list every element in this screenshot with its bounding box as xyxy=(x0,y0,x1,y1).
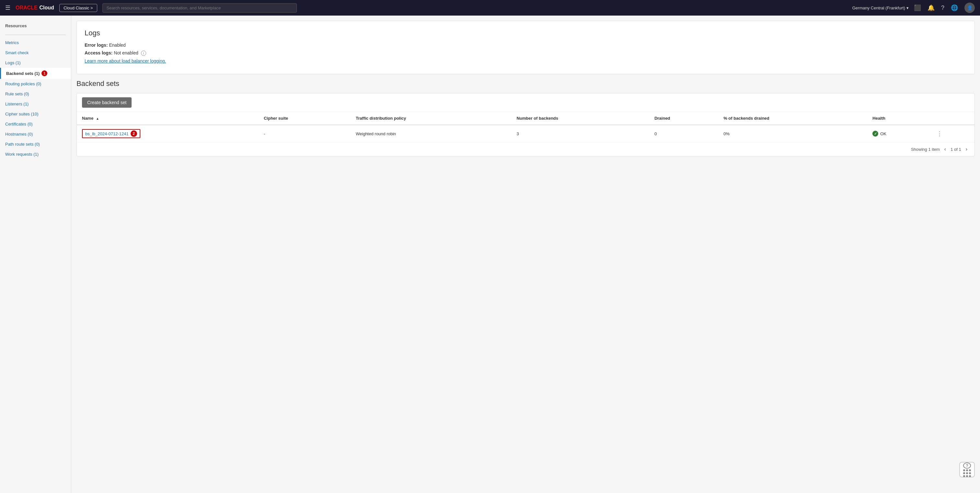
row-actions-menu-icon[interactable]: ⋮ xyxy=(937,130,942,137)
table-header-row: Name ▲ Cipher suite Traffic distribution… xyxy=(77,112,975,125)
col-pct-drained: % of backends drained xyxy=(718,112,867,125)
help-ring-icon: ? xyxy=(963,463,971,469)
learn-more-row: Learn more about load balancer logging. xyxy=(84,58,967,64)
sidebar-item-rule-sets[interactable]: Rule sets (0) xyxy=(0,89,71,99)
learn-more-link[interactable]: Learn more about load balancer logging. xyxy=(84,58,166,64)
access-logs-label: Access logs: xyxy=(84,50,113,56)
search-input[interactable] xyxy=(102,3,297,13)
sidebar-item-cipher-suites[interactable]: Cipher suites (10) xyxy=(0,109,71,119)
page-info: 1 of 1 xyxy=(950,147,961,152)
sidebar-item-hostnames[interactable]: Hostnames (0) xyxy=(0,129,71,139)
pagination: Showing 1 item ‹ 1 of 1 › xyxy=(77,142,975,156)
backend-sets-section: Backend sets Create backend set Name ▲ xyxy=(76,80,975,156)
pagination-showing: Showing 1 item xyxy=(911,147,940,152)
sidebar-item-label: Metrics xyxy=(5,40,19,45)
nav-icons: ⬛ 🔔 ? 🌐 👤 xyxy=(914,3,975,13)
table-toolbar: Create backend set xyxy=(77,93,975,112)
top-nav: ☰ ORACLE Cloud Cloud Classic > Germany C… xyxy=(0,0,980,16)
drained-cell: 0 xyxy=(649,125,718,142)
health-status: OK xyxy=(872,131,926,137)
oracle-text: ORACLE xyxy=(16,5,38,11)
sidebar-item-path-route-sets[interactable]: Path route sets (0) xyxy=(0,139,71,149)
notifications-icon[interactable]: 🔔 xyxy=(928,4,935,11)
next-page-button[interactable]: › xyxy=(964,146,969,153)
col-actions xyxy=(931,112,975,125)
cipher-suite-cell: - xyxy=(259,125,351,142)
language-icon[interactable]: 🌐 xyxy=(951,4,958,11)
access-logs-info-icon[interactable]: i xyxy=(141,51,146,56)
sidebar-item-label: Cipher suites (10) xyxy=(5,112,38,116)
backend-sets-title: Backend sets xyxy=(76,80,975,88)
num-backends-value: 3 xyxy=(517,131,519,136)
sidebar-item-label: Backend sets (1) xyxy=(6,71,40,76)
health-ok-icon xyxy=(872,131,878,137)
hamburger-menu[interactable]: ☰ xyxy=(5,4,10,11)
help-dots-icon xyxy=(963,469,971,477)
num-backends-cell: 3 xyxy=(511,125,649,142)
region-label: Germany Central (Frankfurt) xyxy=(852,5,905,10)
sidebar-item-label: Smart check xyxy=(5,50,29,55)
traffic-policy-value: Weighted round robin xyxy=(356,131,396,136)
backend-sets-table-container: Create backend set Name ▲ Cipher suite xyxy=(76,93,975,156)
sidebar-item-label: Work requests (1) xyxy=(5,152,38,157)
oracle-logo: ORACLE Cloud xyxy=(16,5,54,11)
sidebar-item-label: Listeners (1) xyxy=(5,102,29,106)
cloud-classic-button[interactable]: Cloud Classic > xyxy=(59,4,97,12)
sidebar-divider xyxy=(5,35,66,35)
sidebar-item-routing-policies[interactable]: Routing policies (0) xyxy=(0,79,71,89)
sidebar-item-smart-check[interactable]: Smart check xyxy=(0,48,71,58)
name-cell: bs_lb_2024-0712-1241 2 xyxy=(77,125,259,142)
access-logs-value: Not enabled xyxy=(114,50,138,56)
main-content: Logs Error logs: Enabled Access logs: No… xyxy=(71,16,980,493)
logs-section: Logs Error logs: Enabled Access logs: No… xyxy=(76,21,975,74)
region-selector[interactable]: Germany Central (Frankfurt) ▾ xyxy=(852,5,909,10)
sidebar-item-metrics[interactable]: Metrics xyxy=(0,38,71,48)
help-fab[interactable]: ? xyxy=(959,462,975,477)
col-name[interactable]: Name ▲ xyxy=(77,112,259,125)
backend-sets-table: Name ▲ Cipher suite Traffic distribution… xyxy=(77,112,975,142)
sidebar-item-label: Rule sets (0) xyxy=(5,91,29,96)
sort-arrow-icon: ▲ xyxy=(96,117,99,120)
logs-title: Logs xyxy=(84,29,967,37)
app-body: Resources Metrics Smart check Logs (1) B… xyxy=(0,16,980,493)
developer-tools-icon[interactable]: ⬛ xyxy=(914,4,921,11)
drained-value: 0 xyxy=(654,131,657,136)
sidebar: Resources Metrics Smart check Logs (1) B… xyxy=(0,16,71,493)
name-box: bs_lb_2024-0712-1241 2 xyxy=(82,129,140,138)
col-traffic-policy: Traffic distribution policy xyxy=(351,112,511,125)
pct-drained-value: 0% xyxy=(723,131,730,136)
error-logs-value: Enabled xyxy=(109,43,126,48)
error-logs-row: Error logs: Enabled xyxy=(84,43,967,48)
traffic-policy-cell: Weighted round robin xyxy=(351,125,511,142)
create-backend-set-button[interactable]: Create backend set xyxy=(82,97,132,108)
cipher-suite-value: - xyxy=(264,131,265,136)
prev-page-button[interactable]: ‹ xyxy=(942,146,948,153)
sidebar-item-certificates[interactable]: Certificates (0) xyxy=(0,119,71,129)
user-avatar[interactable]: 👤 xyxy=(964,3,975,13)
backend-sets-badge: 1 xyxy=(41,70,47,76)
sidebar-item-label: Logs (1) xyxy=(5,60,21,65)
pct-drained-cell: 0% xyxy=(718,125,867,142)
table-row: bs_lb_2024-0712-1241 2 - Weighted round … xyxy=(77,125,975,142)
sidebar-item-listeners[interactable]: Listeners (1) xyxy=(0,99,71,109)
sidebar-item-logs[interactable]: Logs (1) xyxy=(0,58,71,68)
sidebar-section-title: Resources xyxy=(0,23,71,32)
health-value: OK xyxy=(880,131,886,136)
sidebar-item-label: Routing policies (0) xyxy=(5,81,41,86)
sidebar-item-backend-sets[interactable]: Backend sets (1) 1 xyxy=(0,68,71,79)
col-num-backends: Number of backends xyxy=(511,112,649,125)
health-cell: OK xyxy=(867,125,931,142)
row-actions-cell: ⋮ xyxy=(931,125,975,142)
cloud-text: Cloud xyxy=(40,5,54,11)
sidebar-item-label: Certificates (0) xyxy=(5,121,33,126)
col-cipher-suite: Cipher suite xyxy=(259,112,351,125)
col-drained: Drained xyxy=(649,112,718,125)
step-2-badge: 2 xyxy=(130,130,137,137)
backend-set-name-link[interactable]: bs_lb_2024-0712-1241 xyxy=(85,131,129,136)
region-chevron: ▾ xyxy=(907,5,909,10)
col-health: Health xyxy=(867,112,931,125)
sidebar-item-label: Hostnames (0) xyxy=(5,132,33,137)
sidebar-item-work-requests[interactable]: Work requests (1) xyxy=(0,149,71,159)
help-icon[interactable]: ? xyxy=(941,5,944,11)
sidebar-item-label: Path route sets (0) xyxy=(5,142,40,147)
